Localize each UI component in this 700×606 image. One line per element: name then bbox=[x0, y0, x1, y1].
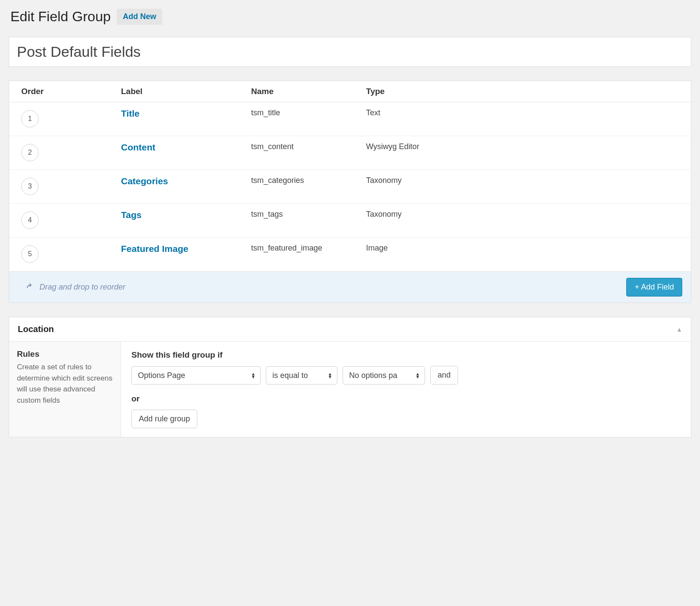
col-header-name: Name bbox=[251, 87, 366, 96]
field-type: Taxonomy bbox=[366, 174, 687, 185]
field-name: tsm_categories bbox=[251, 174, 366, 185]
reorder-arrow-icon bbox=[26, 283, 35, 292]
collapse-triangle-icon[interactable]: ▲ bbox=[676, 326, 682, 333]
table-row[interactable]: 5 Featured Image tsm_featured_image Imag… bbox=[9, 238, 691, 271]
col-header-type: Type bbox=[366, 87, 687, 96]
location-title: Location bbox=[18, 324, 54, 334]
col-header-order: Order bbox=[21, 87, 121, 96]
order-badge[interactable]: 3 bbox=[21, 178, 39, 195]
or-label: or bbox=[131, 394, 680, 404]
location-main: Show this field group if Options Page ▲▼… bbox=[121, 342, 691, 437]
fields-table: Order Label Name Type 1 Title tsm_title … bbox=[9, 81, 691, 303]
order-badge[interactable]: 2 bbox=[21, 144, 39, 161]
rule-row: Options Page ▲▼ is equal to ▲▼ No option… bbox=[131, 366, 680, 384]
add-field-button[interactable]: + Add Field bbox=[626, 278, 682, 296]
location-header[interactable]: Location ▲ bbox=[9, 317, 691, 342]
rules-description: Create a set of rules to determine which… bbox=[17, 362, 113, 406]
field-label-link[interactable]: Categories bbox=[121, 175, 168, 186]
order-badge[interactable]: 5 bbox=[21, 245, 39, 263]
location-sidebar: Rules Create a set of rules to determine… bbox=[9, 342, 121, 437]
col-header-label: Label bbox=[121, 87, 251, 96]
add-new-button[interactable]: Add New bbox=[117, 9, 162, 25]
table-row[interactable]: 2 Content tsm_content Wysiwyg Editor bbox=[9, 136, 691, 170]
field-type: Taxonomy bbox=[366, 208, 687, 219]
drag-hint-text: Drag and drop to reorder bbox=[39, 283, 125, 292]
field-label-link[interactable]: Content bbox=[121, 141, 155, 152]
field-type: Image bbox=[366, 242, 687, 253]
show-if-label: Show this field group if bbox=[131, 350, 680, 360]
field-name: tsm_tags bbox=[251, 208, 366, 219]
field-label-link[interactable]: Featured Image bbox=[121, 242, 188, 254]
field-group-title-box[interactable]: Post Default Fields bbox=[9, 37, 691, 67]
field-type: Wysiwyg Editor bbox=[366, 140, 687, 151]
page-header: Edit Field Group Add New bbox=[9, 9, 691, 25]
table-row[interactable]: 4 Tags tsm_tags Taxonomy bbox=[9, 204, 691, 238]
page-title: Edit Field Group bbox=[10, 9, 111, 25]
fields-footer: Drag and drop to reorder + Add Field bbox=[9, 271, 691, 303]
rules-heading: Rules bbox=[17, 349, 113, 359]
field-name: tsm_featured_image bbox=[251, 242, 366, 253]
field-label-link[interactable]: Tags bbox=[121, 209, 141, 220]
drag-hint: Drag and drop to reorder bbox=[26, 283, 125, 292]
location-metabox: Location ▲ Rules Create a set of rules t… bbox=[9, 317, 691, 437]
order-badge[interactable]: 4 bbox=[21, 212, 39, 229]
rule-param-select[interactable]: Options Page bbox=[131, 366, 261, 384]
and-button[interactable]: and bbox=[430, 366, 458, 384]
location-body: Rules Create a set of rules to determine… bbox=[9, 342, 691, 437]
table-header-row: Order Label Name Type bbox=[9, 81, 691, 102]
add-rule-group-button[interactable]: Add rule group bbox=[131, 410, 197, 428]
field-label-link[interactable]: Title bbox=[121, 107, 140, 118]
field-type: Text bbox=[366, 107, 687, 117]
rule-operator-select[interactable]: is equal to bbox=[266, 366, 337, 384]
order-badge[interactable]: 1 bbox=[21, 110, 39, 127]
rule-value-select[interactable]: No options pa bbox=[343, 366, 425, 384]
field-group-title: Post Default Fields bbox=[17, 43, 683, 60]
field-name: tsm_content bbox=[251, 140, 366, 151]
table-row[interactable]: 1 Title tsm_title Text bbox=[9, 102, 691, 136]
table-row[interactable]: 3 Categories tsm_categories Taxonomy bbox=[9, 170, 691, 204]
field-name: tsm_title bbox=[251, 107, 366, 117]
